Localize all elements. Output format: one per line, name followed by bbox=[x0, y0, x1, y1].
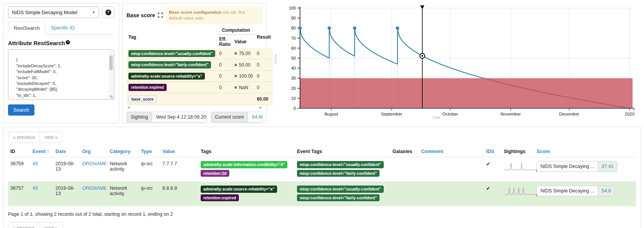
ids-check-icon: ✔ bbox=[486, 186, 490, 191]
column-header-score[interactable]: Score bbox=[534, 146, 636, 157]
y-tick-label: 10 bbox=[291, 96, 296, 101]
tag-badge[interactable]: retention:expired bbox=[201, 194, 239, 202]
sighting-point bbox=[328, 26, 331, 30]
attribute-results-table: IDEvent ↑DateOrgCategoryTypeValueTagsEve… bbox=[8, 146, 636, 206]
y-tick-label: 20 bbox=[291, 86, 296, 91]
base-score-table: Tag Computation Result Eff. Ratio Value … bbox=[127, 26, 273, 106]
column-header-date[interactable]: Date bbox=[53, 146, 80, 157]
textarea-scrollbar[interactable]: ▲ ▼ bbox=[109, 50, 114, 99]
base-score-row: admiralty-scale:source-reliability="a"0×… bbox=[127, 70, 273, 82]
decaying-model-selected: NIDS Simple Decaying Model bbox=[12, 10, 77, 15]
score-group: NIDS Simple Decaying ...37.41 bbox=[537, 161, 617, 172]
cell-id: 36759 bbox=[8, 157, 30, 182]
tab-restsearch[interactable]: RestSearch bbox=[8, 22, 45, 34]
previous-page-button[interactable]: « previous bbox=[8, 223, 40, 228]
cell-date: 2019-08-13 bbox=[53, 157, 80, 182]
cell-comment bbox=[419, 157, 484, 182]
column-header-ids[interactable]: IDS bbox=[484, 146, 501, 157]
base-score-row: misp:confidence-level="usually-confident… bbox=[127, 48, 273, 59]
restsearch-heading: Attribute RestSearch? bbox=[8, 40, 114, 46]
multiply-icon: × bbox=[234, 62, 237, 68]
y-tick-label: 100 bbox=[289, 6, 296, 10]
model-help-button[interactable]: ? bbox=[102, 7, 114, 18]
x-tick-label: August bbox=[324, 112, 339, 116]
table-horizontal-scrollbar[interactable]: ◀ ▶ bbox=[127, 105, 263, 110]
tag-badge: misp:confidence-level="usually-confident… bbox=[128, 50, 215, 57]
cell-value: 7.7.7.7 bbox=[160, 157, 198, 182]
cursor-score-marker-dot bbox=[422, 55, 423, 57]
decay-score-chart[interactable]: 0102030405060708090100AugustSeptemberOct… bbox=[268, 0, 644, 124]
eff-ratio-value: 0 bbox=[217, 70, 232, 82]
y-tick-label: 50 bbox=[291, 56, 296, 60]
sighting-group: Sighting Wed Sep 4 12:18:09 2019 bbox=[127, 112, 207, 122]
current-score-value: 54.60 bbox=[248, 112, 263, 122]
base-score-panel: Base score Base score configuration not … bbox=[122, 3, 267, 123]
question-mark-icon: ? bbox=[105, 10, 111, 15]
event-tag-badge[interactable]: misp:confidence-level="fairly-confident" bbox=[297, 170, 380, 177]
next-page-button[interactable]: next » bbox=[40, 132, 62, 143]
cell-score: NIDS Simple Decaying ...37.41 bbox=[534, 157, 636, 182]
column-header-value[interactable]: Value bbox=[160, 146, 198, 157]
cell-tags: admiralty-scale:information-credibility=… bbox=[198, 157, 295, 182]
column-header-category[interactable]: Category bbox=[107, 146, 139, 157]
cell-event-tags: misp:confidence-level="usually-confident… bbox=[295, 157, 390, 182]
score-value: 54.6 bbox=[598, 186, 614, 196]
base-score-title: Base score bbox=[127, 12, 155, 18]
computation-value: ×50.00 bbox=[232, 59, 255, 71]
column-header-sightings: Sightings bbox=[501, 146, 534, 157]
cell-event: 45 bbox=[30, 157, 53, 182]
search-button[interactable]: Search bbox=[8, 104, 34, 116]
base-score-row: retention:expired0×NaN0 bbox=[127, 82, 273, 93]
y-tick-label: 80 bbox=[291, 26, 296, 30]
event-link[interactable]: 45 bbox=[32, 186, 38, 191]
org-link[interactable]: ORGNAME bbox=[82, 186, 107, 191]
y-tick-label: 70 bbox=[291, 36, 296, 41]
textarea-resize-handle[interactable] bbox=[110, 95, 114, 99]
cell-date: 2019-08-13 bbox=[53, 182, 80, 206]
cell-id: 36757 bbox=[8, 182, 30, 206]
event-tag-badge[interactable]: misp:confidence-level="usually-confident… bbox=[297, 186, 384, 193]
scrollbar-thumb[interactable] bbox=[109, 55, 113, 70]
column-header-comment[interactable]: Comment bbox=[419, 146, 484, 157]
decaying-model-select[interactable]: NIDS Simple Decaying Model ▼ bbox=[8, 7, 99, 18]
eff-ratio-value: 0 bbox=[217, 59, 232, 71]
score-model-label: NIDS Simple Decaying ... bbox=[537, 161, 598, 171]
cell-score: NIDS Simple Decaying ...54.6 bbox=[534, 182, 636, 206]
column-header-tag: Tag bbox=[127, 26, 217, 48]
computation-value: ×100.00 bbox=[232, 70, 255, 82]
next-page-button[interactable]: next » bbox=[40, 223, 62, 228]
base-score-row: misp:confidence-level="fairly-confident"… bbox=[127, 59, 273, 71]
cell-org: ORGNAME bbox=[80, 182, 107, 206]
column-header-event_tags: Event Tags bbox=[295, 146, 390, 157]
sighting-label: Sighting bbox=[127, 112, 152, 122]
chart-cursor-handle[interactable] bbox=[420, 5, 424, 9]
cell-galaxies bbox=[390, 157, 419, 182]
column-header-type[interactable]: Type bbox=[139, 146, 160, 157]
cell-category: Network activity bbox=[107, 157, 139, 182]
computation-value: ×NaN bbox=[232, 82, 255, 93]
cell-galaxies bbox=[390, 182, 419, 206]
tab-specific-id[interactable]: Specific ID bbox=[45, 22, 80, 34]
tag-badge[interactable]: admiralty-scale:source-reliability="a" bbox=[201, 186, 277, 193]
scroll-right-icon[interactable]: ▶ bbox=[260, 106, 262, 109]
tag-badge[interactable]: admiralty-scale:information-credibility=… bbox=[201, 161, 287, 168]
column-header-event[interactable]: Event ↑ bbox=[30, 146, 53, 157]
cell-event-tags: misp:confidence-level="usually-confident… bbox=[295, 182, 390, 206]
event-tag-badge[interactable]: misp:confidence-level="usually-confident… bbox=[297, 161, 384, 168]
y-tick-label: 60 bbox=[291, 46, 296, 50]
column-header-org[interactable]: Org bbox=[80, 146, 107, 157]
expand-icon[interactable] bbox=[158, 13, 163, 18]
event-link[interactable]: 45 bbox=[32, 161, 38, 166]
scroll-left-icon[interactable]: ◀ bbox=[127, 106, 129, 109]
column-header-value: Value bbox=[232, 34, 255, 48]
restsearch-query-textarea[interactable]: { "includeDecayScore": 1, "includeFullMo… bbox=[8, 49, 114, 100]
multiply-icon: × bbox=[234, 85, 237, 90]
previous-page-button[interactable]: « previous bbox=[8, 132, 40, 143]
org-link[interactable]: ORGNAME bbox=[82, 161, 107, 166]
tag-badge[interactable]: retention:2d bbox=[201, 170, 229, 177]
cell-category: Network activity bbox=[107, 182, 139, 206]
event-tag-badge[interactable]: misp:confidence-level="fairly-confident" bbox=[297, 194, 380, 202]
pagination-summary: Page 1 of 1, showing 2 records out of 2 … bbox=[8, 212, 636, 217]
cell-type: ip-src bbox=[139, 157, 160, 182]
decay-chart-area: 0102030405060708090100AugustSeptemberOct… bbox=[268, 0, 644, 124]
